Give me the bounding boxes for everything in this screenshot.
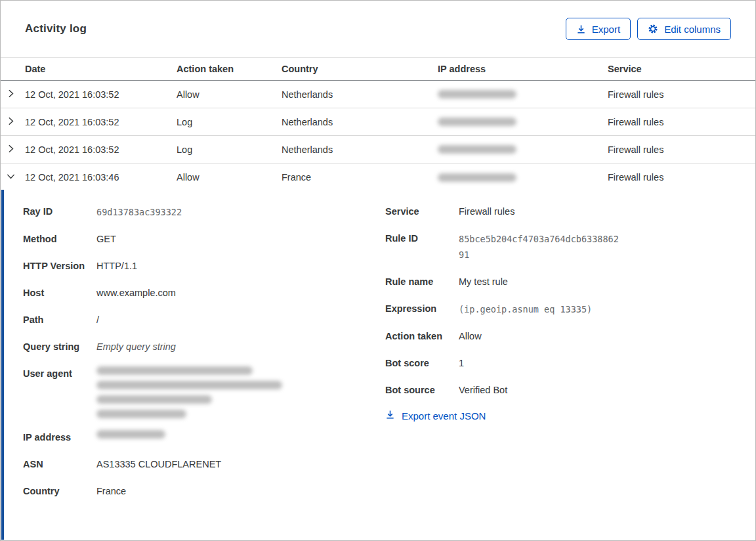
- cell-country: Netherlands: [282, 117, 438, 127]
- method-value: GET: [96, 232, 385, 247]
- export-button[interactable]: Export: [566, 18, 631, 40]
- page-title: Activity log: [25, 22, 87, 35]
- field-action-taken: Action taken Allow: [385, 329, 755, 344]
- chevron-right-icon: [6, 144, 16, 156]
- cell-date: 12 Oct, 2021 16:03:46: [25, 172, 177, 183]
- export-button-label: Export: [592, 24, 620, 35]
- cell-country: Netherlands: [282, 144, 438, 155]
- table-row[interactable]: 12 Oct, 2021 16:03:52 Log Netherlands Fi…: [1, 108, 755, 136]
- field-country: Country France: [23, 484, 385, 499]
- export-event-json-label: Export event JSON: [402, 410, 486, 422]
- field-bot-source: Bot source Verified Bot: [385, 383, 755, 398]
- edit-columns-button[interactable]: Edit columns: [637, 18, 731, 40]
- rule-id-value: 85bce5b204cf4703a764dcb633886291: [459, 231, 621, 263]
- table-row-expanded[interactable]: 12 Oct, 2021 16:03:46 Allow France Firew…: [1, 163, 755, 191]
- field-expression: Expression (ip.geoip.asnum eq 13335): [385, 301, 755, 317]
- column-header-date: Date: [25, 64, 177, 74]
- field-rule-name: Rule name My test rule: [385, 274, 755, 290]
- column-header-ip-address: IP address: [438, 64, 608, 74]
- cell-action-taken: Log: [177, 144, 282, 155]
- expand-row-button[interactable]: [1, 116, 25, 128]
- cell-service: Firewall rules: [608, 117, 755, 127]
- field-bot-score: Bot score 1: [385, 356, 755, 371]
- query-string-value: Empty query string: [96, 339, 385, 355]
- path-value: /: [96, 313, 385, 328]
- cell-date: 12 Oct, 2021 16:03:52: [25, 144, 177, 155]
- table-row[interactable]: 12 Oct, 2021 16:03:52 Allow Netherlands …: [1, 81, 755, 108]
- field-query-string: Query string Empty query string: [23, 339, 385, 355]
- field-ray-id: Ray ID 69d13783ac393322: [23, 204, 385, 220]
- cell-ip-redacted: [438, 90, 608, 98]
- cell-action-taken: Allow: [177, 89, 282, 100]
- action-taken-value: Allow: [459, 329, 755, 344]
- ip-address-value-redacted: [96, 430, 385, 439]
- event-detail-panel: Ray ID 69d13783ac393322 Method GET HTTP …: [1, 190, 755, 540]
- cell-ip-redacted: [438, 118, 608, 126]
- cell-ip-redacted: [438, 145, 608, 154]
- header-actions: Export Edit columns: [566, 18, 731, 40]
- page-header: Activity log Export Edit columns: [1, 1, 755, 57]
- collapse-row-button[interactable]: [1, 171, 25, 183]
- field-path: Path /: [23, 313, 385, 328]
- column-header-country: Country: [282, 64, 438, 74]
- table-row[interactable]: 12 Oct, 2021 16:03:52 Log Netherlands Fi…: [1, 136, 755, 163]
- field-host: Host www.example.com: [23, 286, 385, 301]
- service-value: Firewall rules: [459, 204, 755, 219]
- expand-row-button[interactable]: [1, 89, 25, 100]
- detail-left-column: Ray ID 69d13783ac393322 Method GET HTTP …: [23, 204, 385, 540]
- cell-country: France: [282, 172, 438, 183]
- activity-log-page: Activity log Export Edit columns Date Ac…: [0, 0, 756, 541]
- host-value: www.example.com: [96, 286, 385, 301]
- bot-source-value: Verified Bot: [459, 383, 755, 398]
- cell-action-taken: Log: [177, 117, 282, 127]
- chevron-right-icon: [6, 89, 16, 100]
- column-header-action-taken: Action taken: [177, 64, 282, 74]
- field-service: Service Firewall rules: [385, 204, 755, 219]
- field-rule-id: Rule ID 85bce5b204cf4703a764dcb633886291: [385, 231, 755, 263]
- download-icon: [385, 410, 395, 422]
- cell-action-taken: Allow: [177, 172, 282, 183]
- cell-country: Netherlands: [282, 89, 438, 100]
- download-icon: [576, 24, 586, 34]
- cell-service: Firewall rules: [608, 89, 755, 100]
- country-value: France: [96, 484, 385, 499]
- expression-value: (ip.geoip.asnum eq 13335): [459, 301, 755, 317]
- field-user-agent: User agent: [23, 366, 385, 418]
- column-header-service: Service: [608, 64, 755, 74]
- asn-value: AS13335 CLOUDFLARENET: [96, 457, 385, 472]
- rule-name-value: My test rule: [459, 274, 755, 290]
- chevron-right-icon: [6, 116, 16, 128]
- field-method: Method GET: [23, 232, 385, 247]
- cell-date: 12 Oct, 2021 16:03:52: [25, 89, 177, 100]
- chevron-down-icon: [6, 171, 16, 183]
- cell-date: 12 Oct, 2021 16:03:52: [25, 117, 177, 127]
- ray-id-value: 69d13783ac393322: [96, 204, 385, 220]
- cell-service: Firewall rules: [608, 144, 755, 155]
- field-asn: ASN AS13335 CLOUDFLARENET: [23, 457, 385, 472]
- field-http-version: HTTP Version HTTP/1.1: [23, 259, 385, 274]
- expand-row-button[interactable]: [1, 144, 25, 156]
- field-ip-address: IP address: [23, 430, 385, 445]
- user-agent-value-redacted: [96, 366, 385, 418]
- export-event-json-link[interactable]: Export event JSON: [385, 410, 755, 422]
- http-version-value: HTTP/1.1: [96, 259, 385, 274]
- gear-icon: [648, 24, 658, 34]
- cell-ip-redacted: [438, 173, 608, 182]
- cell-service: Firewall rules: [608, 172, 755, 183]
- bot-score-value: 1: [459, 356, 755, 371]
- table-header: Date Action taken Country IP address Ser…: [1, 57, 755, 81]
- detail-right-column: Service Firewall rules Rule ID 85bce5b20…: [385, 204, 755, 540]
- edit-columns-button-label: Edit columns: [664, 24, 721, 35]
